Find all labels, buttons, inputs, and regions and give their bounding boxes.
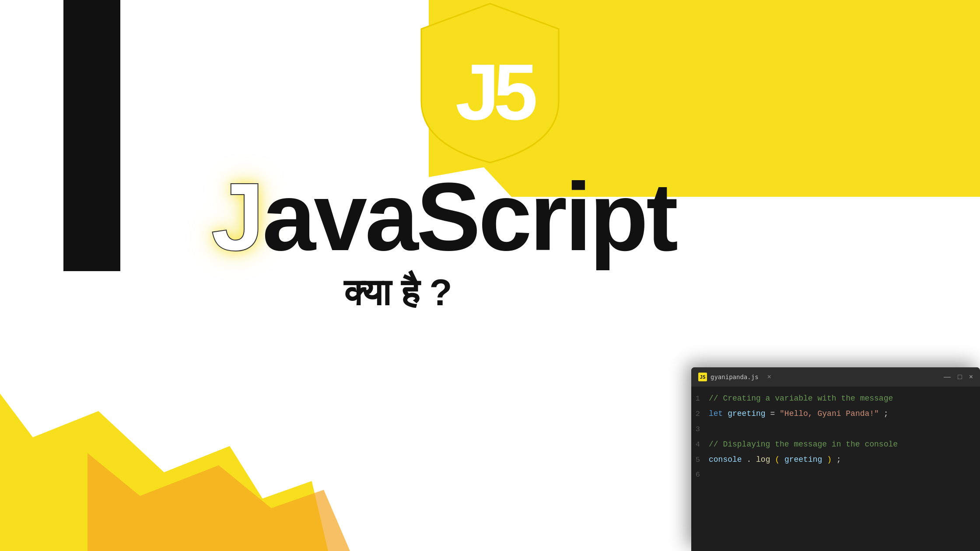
dot-separator: . — [746, 455, 751, 464]
line-number-2: 2 — [691, 408, 709, 421]
title-rest: avaScript — [262, 163, 676, 271]
line-number-4: 4 — [691, 439, 709, 451]
line-number-1: 1 — [691, 393, 709, 405]
log-method: log — [756, 455, 770, 464]
editor-tab-filename: gyanipanda.js — [710, 373, 759, 380]
js-file-icon: JS — [698, 373, 707, 381]
code-line-2: 2 let greeting = "Hello, Gyani Panda!" ; — [691, 406, 980, 422]
line-number-5: 5 — [691, 454, 709, 467]
code-editor-window: JS gyanipanda.js × — □ × 1 // Creating a… — [691, 367, 980, 551]
svg-text:J: J — [455, 47, 500, 136]
open-paren: ( — [775, 455, 780, 464]
close-paren: ) — [827, 455, 832, 464]
js-shield-svg: J 5 — [416, 0, 564, 166]
code-line-6: 6 — [691, 467, 980, 482]
console-object: console — [709, 455, 742, 464]
bg-black-stripe — [63, 0, 120, 271]
line-3-content — [709, 422, 714, 436]
maximize-button[interactable]: □ — [958, 373, 962, 381]
line-2-content: let greeting = "Hello, Gyani Panda!" ; — [709, 407, 889, 421]
code-semicolon: ; — [884, 409, 889, 418]
editor-tab-close-icon[interactable]: × — [767, 373, 771, 381]
svg-text:5: 5 — [494, 47, 538, 136]
line-1-content: // Creating a variable with the message — [709, 392, 893, 405]
editor-titlebar: JS gyanipanda.js × — □ × — [691, 367, 980, 387]
line-4-content: // Displaying the message in the console — [709, 438, 898, 451]
minimize-button[interactable]: — — [944, 373, 951, 381]
title-j-letter: J — [211, 162, 262, 272]
line5-semicolon: ; — [836, 455, 841, 464]
code-line-4: 4 // Displaying the message in the conso… — [691, 437, 980, 452]
main-title: JavaScript — [211, 162, 676, 272]
line-6-content — [709, 468, 714, 481]
close-button[interactable]: × — [969, 373, 973, 381]
code-equals: = — [770, 409, 780, 418]
var-greeting: greeting — [728, 409, 765, 418]
code-line-1: 1 // Creating a variable with the messag… — [691, 391, 980, 406]
line-number-6: 6 — [691, 469, 709, 481]
js-logo: J 5 — [416, 0, 564, 166]
code-line-3: 3 — [691, 422, 980, 437]
editor-window-controls: — □ × — [944, 373, 973, 381]
log-argument: greeting — [784, 455, 822, 464]
string-value: "Hello, Gyani Panda!" — [780, 409, 879, 418]
keyword-let: let — [709, 409, 723, 418]
editor-body: 1 // Creating a variable with the messag… — [691, 387, 980, 487]
line-5-content: console . log ( greeting ) ; — [709, 453, 841, 467]
line-number-3: 3 — [691, 423, 709, 436]
hindi-subtitle: क्या है ? — [344, 271, 452, 315]
code-line-5: 5 console . log ( greeting ) ; — [691, 452, 980, 467]
